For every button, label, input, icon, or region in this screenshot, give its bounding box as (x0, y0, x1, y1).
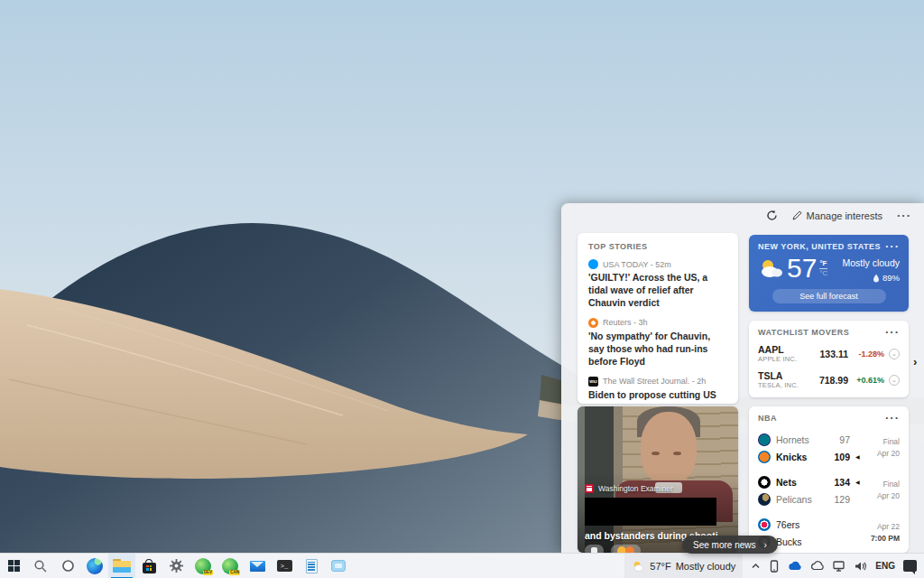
droplet-icon (873, 274, 880, 283)
dev-badge: DEV (203, 570, 213, 575)
team-name: 76ers (776, 519, 799, 530)
story-source: USA TODAY - 52m (603, 260, 671, 269)
game-status: Final (883, 479, 900, 490)
video-news-card[interactable]: Washington Examiner and bystanders durin… (578, 406, 738, 553)
onedrive-tray-button[interactable] (788, 561, 802, 571)
watchlist-more-button[interactable]: ··· (885, 328, 900, 337)
game-status: Final (883, 436, 900, 448)
news-story[interactable]: Reuters - 3h 'No sympathy' for Chauvin, … (588, 318, 727, 368)
winner-arrow-icon: ◀ (855, 479, 862, 485)
taskbar-search-button[interactable] (27, 554, 54, 578)
team-score: 129 (834, 494, 850, 505)
cloud-sync-tray-button[interactable] (810, 561, 825, 571)
language-indicator[interactable]: ENG (875, 561, 895, 571)
partly-cloudy-icon (758, 258, 783, 278)
ticker-action-icon[interactable]: ⌄ (889, 349, 900, 359)
story-source: Reuters - 3h (603, 318, 648, 327)
ticker-symbol: AAPL (758, 344, 814, 355)
team-name: Pelicans (776, 494, 812, 505)
action-center-icon[interactable] (903, 560, 917, 572)
washington-examiner-logo-icon (585, 484, 594, 493)
watchlist-row[interactable]: TSLA TESLA, INC. 718.99 +0.61% ⌄ (758, 370, 900, 389)
taskbar-edge-canary-button[interactable]: CAN (217, 554, 244, 578)
nba-scores-card: NBA ··· Hornets 97 Knicks 109 ◀ (749, 406, 909, 553)
ticker-symbol: TSLA (758, 370, 814, 381)
taskbar-edge-dev-button[interactable]: DEV (189, 554, 217, 578)
refresh-icon (766, 210, 778, 221)
knicks-logo-icon (758, 451, 771, 463)
search-icon (33, 559, 48, 573)
story-headline[interactable]: 'GUILTY!' Across the US, a tidal wave of… (588, 272, 727, 310)
taskbar-store-button[interactable] (135, 554, 162, 578)
nba-game[interactable]: 76ers Bucks Apr 22 7:00 PM (758, 516, 900, 550)
company-name: TESLA, INC. (758, 381, 814, 389)
nba-game[interactable]: Hornets 97 Knicks 109 ◀ Final Apr 20 (758, 431, 900, 465)
windows-logo-icon (8, 560, 20, 572)
stock-change: +0.61% (848, 376, 884, 385)
ticker-action-icon[interactable]: ⌄ (889, 375, 900, 386)
usa-today-logo-icon (588, 259, 598, 269)
unit-celsius-toggle[interactable]: °C (819, 269, 827, 278)
taskbar-settings-button[interactable] (162, 554, 189, 578)
blue-app-icon (331, 560, 346, 572)
carousel-next-icon[interactable]: › (913, 355, 917, 368)
reactions-count[interactable] (611, 545, 641, 553)
tray-condition: Mostly cloudy (676, 561, 736, 572)
nba-game[interactable]: Nets 134 ◀ Pelicans 129 Final Apr 20 (758, 473, 900, 508)
game-date: Apr 20 (877, 448, 900, 460)
team-score: 134 (834, 477, 850, 488)
cortana-button[interactable] (54, 554, 81, 578)
volume-tray-button[interactable] (855, 561, 867, 572)
taskbar-file-explorer-button[interactable] (108, 554, 135, 578)
company-name: APPLE INC. (758, 355, 814, 363)
team-name: Nets (776, 477, 797, 488)
weather-card[interactable]: NEW YORK, UNITED STATES ··· 57 °F °C Mos… (749, 235, 909, 312)
taskbar-mail-button[interactable] (244, 554, 271, 578)
weather-more-button[interactable]: ··· (885, 242, 900, 251)
network-tray-button[interactable] (833, 560, 846, 572)
chevron-up-icon (751, 561, 761, 571)
canary-badge: CAN (229, 570, 240, 575)
taskbar-edge-button[interactable] (81, 554, 108, 578)
pencil-icon (792, 210, 802, 220)
see-more-news-label: See more news (693, 540, 755, 550)
nba-more-button[interactable]: ··· (885, 414, 900, 423)
see-full-forecast-button[interactable]: See full forecast (772, 289, 886, 303)
taskbar: DEV CAN >_ 57°F Most (0, 553, 924, 578)
refresh-button[interactable] (766, 210, 778, 221)
see-more-news-tooltip[interactable]: See more news › (682, 536, 778, 554)
taskbar-notes-button[interactable] (298, 554, 325, 578)
mail-icon (250, 561, 265, 572)
onedrive-cloud-icon (788, 561, 802, 571)
panel-header: Manage interests ··· (766, 210, 911, 221)
weather-condition: Mostly cloudy (842, 257, 900, 268)
taskbar-blue-app-button[interactable] (325, 554, 352, 578)
team-name: Knicks (776, 452, 807, 462)
watchlist-row[interactable]: AAPL APPLE INC. 133.11 -1.28% ⌄ (758, 344, 900, 363)
show-hidden-icons-button[interactable] (751, 561, 761, 571)
edge-dev-icon: DEV (195, 558, 211, 574)
game-date: Apr 20 (877, 490, 900, 502)
panel-more-button[interactable]: ··· (897, 211, 911, 220)
news-story[interactable]: WSJ The Wall Street Journal. - 2h Biden … (588, 377, 727, 404)
story-headline[interactable]: 'No sympathy' for Chauvin, say those who… (588, 331, 727, 368)
winner-arrow-icon: ◀ (855, 453, 862, 460)
taskbar-terminal-button[interactable]: >_ (271, 554, 298, 578)
like-button[interactable] (585, 545, 604, 553)
news-and-interests-taskbar-button[interactable]: 57°F Mostly cloudy (624, 554, 743, 578)
stock-price: 718.99 (819, 375, 848, 386)
your-phone-tray-button[interactable] (769, 560, 780, 573)
manage-interests-button[interactable]: Manage interests (792, 210, 882, 221)
weather-precipitation: 89% (882, 273, 900, 283)
stock-price: 133.11 (819, 349, 848, 359)
phone-icon (769, 560, 780, 573)
cortana-icon (61, 559, 75, 573)
unit-fahrenheit-toggle[interactable]: °F (819, 259, 827, 269)
network-icon (833, 560, 846, 572)
news-story[interactable]: USA TODAY - 52m 'GUILTY!' Across the US,… (588, 259, 727, 310)
story-headline[interactable]: Biden to propose cutting US emissions in… (588, 389, 727, 404)
system-tray: 57°F Mostly cloudy (624, 554, 924, 578)
tray-temperature: 57°F (650, 561, 670, 572)
start-button[interactable] (0, 554, 27, 578)
emoji-reaction-icon (625, 546, 634, 554)
